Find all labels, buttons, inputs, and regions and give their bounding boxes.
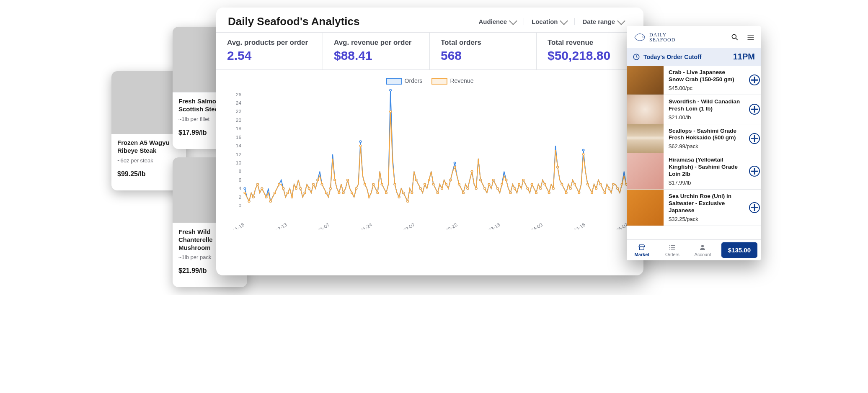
cart-total-button[interactable]: $135.00 [721, 242, 757, 258]
svg-point-115 [248, 200, 250, 202]
clock-icon [633, 53, 640, 61]
mobile-product-row[interactable]: Hiramasa (Yellowtail Kingfish) - Sashimi… [627, 153, 761, 190]
svg-text:10: 10 [236, 160, 242, 166]
svg-point-202 [621, 183, 623, 185]
svg-point-142 [364, 183, 366, 185]
svg-text:2021-12-13: 2021-12-13 [264, 222, 288, 229]
svg-text:2: 2 [239, 194, 242, 200]
product-price: $21.00/lb [669, 114, 741, 121]
svg-point-196 [595, 188, 597, 190]
svg-text:22: 22 [236, 109, 241, 114]
svg-text:2022-04-02: 2022-04-02 [519, 222, 543, 229]
svg-text:8: 8 [239, 169, 242, 174]
svg-point-179 [522, 179, 524, 181]
svg-point-145 [377, 192, 378, 194]
svg-point-189 [565, 192, 567, 194]
mobile-product-row[interactable]: Crab - Live Japanese Snow Crab (150-250 … [627, 66, 761, 95]
product-subtitle: ~6oz per steak [117, 157, 180, 164]
svg-point-171 [488, 183, 490, 185]
svg-point-177 [514, 188, 516, 190]
search-icon[interactable] [731, 33, 739, 41]
svg-text:2022-02-07: 2022-02-07 [391, 222, 416, 229]
product-price: $32.25/pack [669, 216, 741, 222]
svg-point-146 [381, 183, 382, 185]
chart-legend: Orders Revenue [227, 77, 633, 85]
svg-point-154 [415, 179, 417, 181]
svg-point-190 [570, 188, 571, 190]
brand-logo: DAILYSEAFOOD [633, 30, 675, 44]
mobile-product-row[interactable]: Scallops - Sashimi Grade Fresh Hokkaido … [627, 124, 761, 154]
svg-point-140 [355, 188, 357, 190]
svg-point-213 [669, 245, 670, 246]
svg-point-176 [509, 192, 511, 194]
svg-point-195 [591, 192, 593, 194]
svg-point-130 [313, 183, 314, 185]
svg-text:2022-05-07: 2022-05-07 [604, 222, 629, 229]
svg-point-161 [445, 183, 447, 185]
svg-point-158 [432, 183, 434, 185]
product-thumb [627, 153, 664, 189]
svg-point-132 [321, 183, 323, 185]
svg-point-215 [669, 249, 670, 249]
svg-point-118 [261, 188, 263, 190]
svg-line-205 [736, 39, 738, 40]
analytics-panel: Daily Seafood's Analytics Audience Locat… [216, 8, 643, 275]
svg-point-147 [385, 192, 387, 194]
add-to-cart-button[interactable] [749, 202, 760, 213]
tab-account[interactable]: Account [687, 240, 718, 260]
tab-market[interactable]: Market [627, 240, 657, 260]
svg-point-143 [368, 196, 370, 198]
svg-point-150 [398, 196, 400, 198]
svg-point-119 [265, 196, 267, 198]
svg-point-155 [420, 188, 421, 190]
svg-point-201 [617, 188, 618, 190]
svg-point-152 [407, 200, 408, 202]
filter-location[interactable]: Location [524, 18, 575, 25]
mobile-product-row[interactable]: Sea Urchin Roe (Uni) in Saltwater - Excl… [627, 190, 761, 226]
svg-point-126 [295, 188, 297, 190]
svg-point-24 [244, 188, 245, 190]
svg-point-187 [557, 167, 558, 168]
tab-orders[interactable]: Orders [657, 240, 688, 260]
product-thumb [627, 124, 664, 153]
filter-audience[interactable]: Audience [471, 18, 524, 25]
chevron-down-icon [617, 17, 625, 25]
svg-point-181 [531, 183, 532, 185]
product-name: Swordfish - Wild Canadian Fresh Loin (1 … [669, 98, 741, 113]
svg-point-122 [278, 183, 280, 185]
svg-point-157 [428, 179, 430, 181]
svg-point-216 [701, 245, 704, 247]
product-title: Frozen A5 Wagyu Ribeye Steak [117, 139, 180, 155]
svg-point-141 [359, 145, 361, 147]
account-icon [699, 244, 706, 251]
add-to-cart-button[interactable] [749, 133, 760, 144]
svg-point-160 [441, 188, 443, 190]
svg-point-151 [403, 192, 404, 194]
add-to-cart-button[interactable] [749, 166, 760, 177]
svg-point-159 [437, 192, 438, 194]
add-to-cart-button[interactable] [749, 74, 760, 85]
chevron-down-icon [509, 17, 517, 25]
svg-point-169 [480, 179, 481, 181]
product-price: $62.99/pack [669, 143, 741, 149]
mobile-product-list[interactable]: Crab - Live Japanese Snow Crab (150-250 … [627, 66, 761, 239]
svg-point-186 [553, 188, 554, 190]
kpi-avg-revenue: Avg. revenue per order$88.41 [323, 33, 430, 69]
filter-date-range[interactable]: Date range [574, 18, 632, 25]
chevron-down-icon [560, 17, 568, 25]
add-to-cart-button[interactable] [749, 104, 760, 115]
svg-point-73 [454, 162, 455, 164]
mobile-product-row[interactable]: Swordfish - Wild Canadian Fresh Loin (1 … [627, 95, 761, 124]
product-name: Crab - Live Japanese Snow Crab (150-250 … [669, 69, 741, 83]
svg-text:0: 0 [239, 203, 242, 208]
product-name: Hiramasa (Yellowtail Kingfish) - Sashimi… [669, 157, 741, 178]
cutoff-time: 11PM [733, 52, 755, 62]
svg-point-153 [411, 192, 413, 194]
svg-point-128 [304, 192, 305, 194]
svg-point-200 [612, 183, 614, 185]
product-price: $99.25/lb [117, 170, 180, 178]
product-name: Sea Urchin Roe (Uni) in Saltwater - Excl… [669, 193, 741, 214]
svg-point-103 [582, 149, 584, 151]
svg-point-125 [291, 196, 293, 198]
menu-icon[interactable] [747, 33, 755, 41]
